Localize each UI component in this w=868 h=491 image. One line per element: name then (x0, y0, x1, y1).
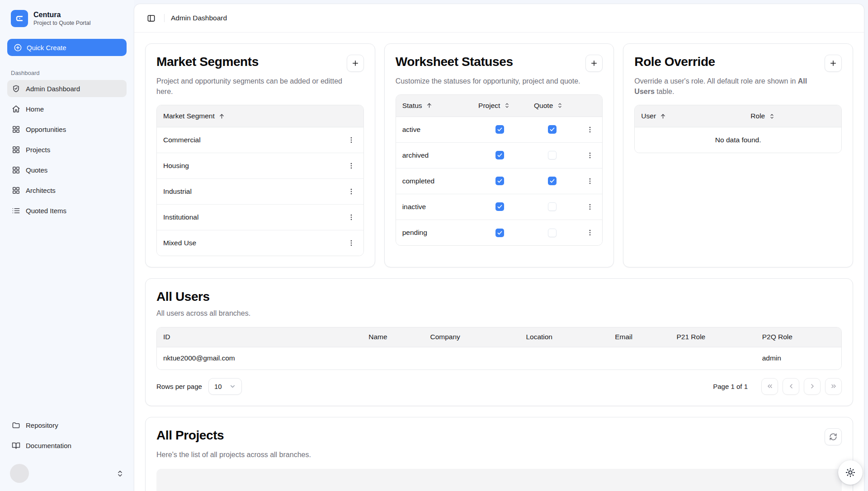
status-column-header[interactable]: Status (396, 95, 472, 117)
sidebar-item-opportunities[interactable]: Opportunities (7, 121, 127, 138)
first-page-button[interactable] (761, 378, 778, 395)
shield-check-icon (12, 84, 20, 93)
sidebar-item-documentation[interactable]: Documentation (7, 437, 127, 454)
project-checkbox[interactable] (495, 229, 504, 237)
table-row: Housing (157, 153, 363, 178)
pagination: Rows per page 10 Page 1 of 1 (156, 378, 842, 395)
kebab-icon (586, 229, 594, 237)
column-label: Role (750, 112, 765, 120)
status-cell: archived (396, 142, 472, 168)
user-menu[interactable] (7, 462, 127, 484)
refresh-projects-button[interactable] (825, 428, 842, 445)
layout-grid-icon (12, 166, 20, 174)
plus-icon (829, 59, 837, 67)
sidebar-item-label: Quoted Items (26, 207, 66, 215)
layout-grid-icon (12, 145, 20, 154)
last-page-button[interactable] (825, 378, 842, 395)
quote-checkbox[interactable] (548, 151, 557, 159)
sidebar-item-quoted-items[interactable]: Quoted Items (7, 202, 127, 219)
sidebar-toggle-button[interactable] (144, 11, 158, 25)
row-actions-button[interactable] (344, 159, 358, 173)
chevrons-up-down-icon (116, 470, 124, 477)
topbar: Admin Dashboard (134, 4, 864, 33)
row-actions-button[interactable] (344, 210, 358, 224)
project-checkbox[interactable] (495, 177, 504, 185)
sidebar-item-architects[interactable]: Architects (7, 182, 127, 199)
book-open-icon (12, 441, 20, 450)
previous-page-button[interactable] (783, 378, 799, 395)
all-projects-title: All Projects (156, 428, 224, 443)
row-actions-button[interactable] (583, 200, 597, 214)
row-actions-button[interactable] (583, 149, 597, 162)
quote-column-header[interactable]: Quote (528, 95, 577, 117)
sidebar-item-label: Opportunities (26, 126, 66, 133)
worksheet-statuses-title: Worksheet Statuses (396, 55, 513, 69)
chevron-left-icon (788, 383, 795, 390)
sidebar-item-projects[interactable]: Projects (7, 141, 127, 158)
theme-toggle-button[interactable] (838, 460, 863, 485)
sort-asc-icon (218, 113, 225, 120)
quote-checkbox[interactable] (548, 125, 557, 134)
row-actions-button[interactable] (583, 123, 597, 136)
kebab-icon (347, 213, 355, 221)
market-segment-cell: Mixed Use (157, 230, 338, 256)
cards-row: Market Segments Project and opportunity … (145, 43, 853, 267)
user-cell-p2q-role: admin (756, 347, 841, 369)
empty-state-text: No data found. (635, 127, 841, 153)
add-status-button[interactable] (585, 55, 603, 72)
quote-checkbox[interactable] (548, 202, 557, 211)
quote-checkbox[interactable] (548, 177, 557, 185)
sort-asc-icon (426, 102, 433, 109)
worksheet-statuses-card: Worksheet Statuses Customize the statuse… (384, 43, 614, 267)
add-role-override-button[interactable] (825, 55, 842, 72)
sidebar-section-label: Dashboard (11, 70, 127, 76)
sidebar-item-label: Quotes (26, 166, 47, 174)
market-segment-column-header[interactable]: Market Segment (157, 105, 338, 127)
plus-circle-icon (14, 43, 22, 52)
main-panel: Admin Dashboard Market Segments Project … (134, 4, 864, 491)
user-cell-name (362, 347, 424, 369)
sidebar-item-repository[interactable]: Repository (7, 416, 127, 434)
kebab-icon (347, 136, 355, 144)
users-column-header-p2q-role: P2Q Role (756, 327, 841, 347)
sidebar-item-admin-dashboard[interactable]: Admin Dashboard (7, 80, 127, 97)
sidebar-item-home[interactable]: Home (7, 100, 127, 117)
sort-both-icon (557, 102, 563, 109)
role-column-header[interactable]: Role (744, 105, 841, 127)
user-cell-p21-role (670, 347, 755, 369)
project-checkbox[interactable] (495, 202, 504, 211)
row-actions-button[interactable] (583, 226, 597, 239)
all-users-description: All users across all branches. (156, 308, 787, 318)
users-column-header-p21-role: P21 Role (670, 327, 755, 347)
kebab-icon (347, 239, 355, 247)
row-actions-button[interactable] (344, 133, 358, 147)
row-actions-button[interactable] (583, 174, 597, 188)
row-actions-button[interactable] (344, 185, 358, 198)
kebab-icon (586, 151, 594, 159)
sidebar-item-label: Home (26, 105, 44, 113)
row-actions-button[interactable] (344, 236, 358, 250)
rows-per-page-select[interactable]: 10 (208, 378, 242, 395)
chevron-down-icon (229, 383, 236, 390)
market-segment-cell: Industrial (157, 178, 338, 204)
kebab-icon (347, 162, 355, 170)
chevrons-left-icon (766, 383, 774, 390)
project-column-header[interactable]: Project (472, 95, 528, 117)
home-icon (12, 105, 20, 113)
table-row: Institutional (157, 204, 363, 230)
brand-subtitle: Project to Quote Portal (33, 19, 90, 27)
add-market-segment-button[interactable] (347, 55, 364, 72)
sidebar-item-quotes[interactable]: Quotes (7, 161, 127, 178)
market-segment-cell: Housing (157, 153, 338, 178)
status-cell: pending (396, 220, 472, 245)
breadcrumb: Admin Dashboard (171, 14, 227, 22)
next-page-button[interactable] (804, 378, 821, 395)
quote-checkbox[interactable] (548, 229, 557, 237)
user-column-header[interactable]: User (635, 105, 744, 127)
project-checkbox[interactable] (495, 125, 504, 134)
quick-create-button[interactable]: Quick Create (7, 39, 127, 56)
table-row: active (396, 117, 603, 142)
project-checkbox[interactable] (495, 151, 504, 159)
all-projects-table-header (156, 469, 842, 491)
market-segment-cell: Institutional (157, 204, 338, 230)
